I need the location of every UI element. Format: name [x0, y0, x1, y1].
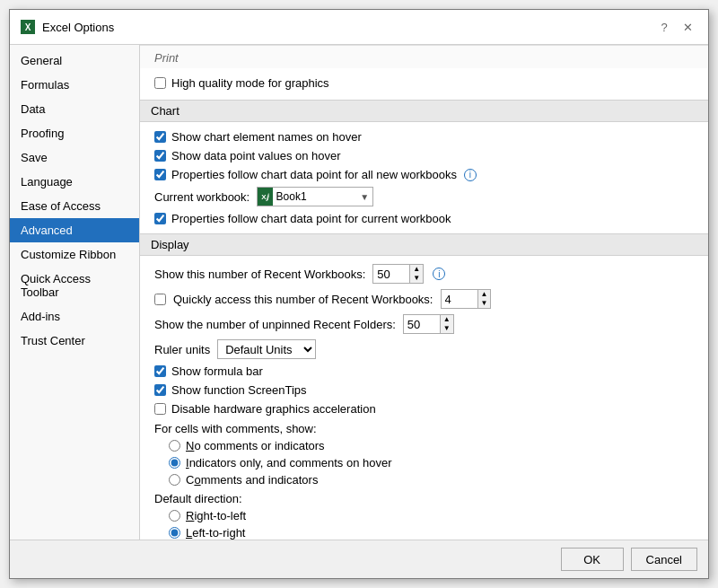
- unpinned-folders-input[interactable]: [404, 315, 440, 333]
- left-to-right-radio[interactable]: [169, 527, 180, 539]
- sidebar-item-quick-access-toolbar[interactable]: Quick Access Toolbar: [10, 267, 139, 304]
- unpinned-folders-spinner-buttons: ▲ ▼: [440, 315, 453, 333]
- show-element-names-label: Show chart element names on hover: [171, 130, 362, 144]
- quickly-access-row: Quickly access this number of Recent Wor…: [154, 286, 694, 312]
- display-section-header: Display: [140, 233, 708, 256]
- sidebar-item-add-ins[interactable]: Add-ins: [10, 304, 139, 329]
- quickly-access-spinner-up[interactable]: ▲: [478, 290, 491, 299]
- show-screentips-checkbox[interactable]: [154, 384, 166, 396]
- recent-workbooks-info-icon[interactable]: i: [433, 268, 445, 280]
- sidebar-item-advanced[interactable]: Advanced: [10, 218, 139, 242]
- unpinned-folders-spinner-down[interactable]: ▼: [441, 324, 453, 333]
- ruler-units-select[interactable]: Default Units Inches Centimeters Millime…: [217, 339, 316, 359]
- show-data-point-label: Show data point values on hover: [171, 149, 341, 162]
- app-icon: X: [21, 20, 35, 34]
- sidebar-item-customize-ribbon[interactable]: Customize Ribbon: [10, 242, 139, 267]
- show-screentips-label: Show function ScreenTips: [171, 383, 307, 397]
- indicators-only-radio[interactable]: [169, 457, 180, 469]
- properties-all-workbooks-checkbox[interactable]: [154, 169, 166, 180]
- sidebar-item-proofing[interactable]: Proofing: [10, 121, 139, 145]
- unpinned-folders-spinner-up[interactable]: ▲: [441, 315, 453, 324]
- workbook-select-arrow: ▼: [356, 192, 372, 202]
- dialog-footer: OK Cancel: [10, 540, 708, 578]
- print-section-label: Print: [140, 45, 708, 68]
- ruler-units-label: Ruler units: [154, 343, 210, 356]
- ok-button[interactable]: OK: [561, 548, 624, 571]
- show-data-point-row: Show data point values on hover: [154, 146, 694, 165]
- spinner-buttons: ▲ ▼: [409, 265, 423, 283]
- right-to-left-radio[interactable]: [169, 510, 180, 522]
- no-comments-row: No comments or indicators: [169, 437, 694, 454]
- sidebar-item-save[interactable]: Save: [10, 145, 139, 170]
- dialog-title: Excel Options: [42, 21, 114, 34]
- show-screentips-row: Show function ScreenTips: [154, 381, 694, 399]
- display-section-content: Show this number of Recent Workbooks: ▲ …: [140, 256, 708, 540]
- content-scroll: Print High quality mode for graphics Cha…: [140, 45, 708, 540]
- recent-workbooks-input[interactable]: [373, 265, 409, 283]
- properties-all-workbooks-row: Properties follow chart data point for a…: [154, 165, 694, 184]
- properties-current-workbook-row: Properties follow chart data point for c…: [154, 209, 694, 228]
- properties-current-workbook-checkbox[interactable]: [154, 213, 166, 224]
- disable-hardware-row: Disable hardware graphics acceleration: [154, 399, 694, 418]
- quickly-access-input[interactable]: [442, 290, 477, 308]
- current-workbook-row: Current workbook: Xⅉ Book1 ▼: [154, 184, 694, 209]
- left-to-right-row: Left-to-right: [169, 524, 694, 540]
- right-to-left-label: Right-to-left: [186, 509, 246, 522]
- sidebar: General Formulas Data Proofing Save Lang…: [10, 45, 140, 540]
- properties-current-workbook-label: Properties follow chart data point for c…: [171, 212, 451, 225]
- disable-hardware-label: Disable hardware graphics acceleration: [171, 402, 376, 416]
- show-element-names-checkbox[interactable]: [154, 131, 166, 143]
- comments-indicators-row: Comments and indicators: [169, 471, 694, 488]
- direction-radio-group: Right-to-left Left-to-right: [154, 507, 694, 540]
- current-workbook-value: Book1: [273, 190, 357, 203]
- properties-all-info-icon[interactable]: i: [464, 169, 477, 181]
- unpinned-folders-spinner: ▲ ▼: [403, 314, 454, 334]
- comments-indicators-label: Comments and indicators: [186, 473, 318, 487]
- disable-hardware-checkbox[interactable]: [154, 403, 166, 415]
- comments-radio-group: No comments or indicators Indicators onl…: [154, 437, 694, 488]
- recent-workbooks-row: Show this number of Recent Workbooks: ▲ …: [154, 261, 694, 286]
- chart-section-header: Chart: [140, 100, 708, 122]
- title-bar-left: X Excel Options: [21, 20, 114, 34]
- quickly-access-spinner-down[interactable]: ▼: [478, 299, 491, 308]
- print-section: High quality mode for graphics: [140, 68, 708, 100]
- high-quality-row: High quality mode for graphics: [154, 74, 694, 92]
- workbook-excel-icon: Xⅉ: [258, 188, 272, 206]
- indicators-only-label: Indicators only, and comments on hover: [186, 456, 392, 470]
- unpinned-folders-label: Show the number of unpinned Recent Folde…: [154, 318, 396, 331]
- left-to-right-label: Left-to-right: [186, 526, 245, 540]
- quickly-access-checkbox[interactable]: [154, 294, 166, 305]
- title-bar: X Excel Options ? ✕: [10, 10, 708, 45]
- comments-indicators-radio[interactable]: [169, 474, 180, 486]
- no-comments-label: No comments or indicators: [186, 439, 325, 452]
- sidebar-item-formulas[interactable]: Formulas: [10, 73, 139, 97]
- sidebar-item-general[interactable]: General: [10, 48, 139, 73]
- right-to-left-row: Right-to-left: [169, 507, 694, 524]
- recent-workbooks-label: Show this number of Recent Workbooks:: [154, 268, 365, 281]
- spinner-up-button[interactable]: ▲: [410, 265, 423, 274]
- quickly-access-label: Quickly access this number of Recent Wor…: [173, 293, 433, 306]
- help-button[interactable]: ?: [654, 17, 674, 37]
- title-controls: ? ✕: [654, 17, 697, 37]
- close-button[interactable]: ✕: [678, 17, 697, 37]
- dialog-body: General Formulas Data Proofing Save Lang…: [10, 45, 708, 540]
- direction-label: Default direction:: [154, 488, 694, 507]
- show-data-point-checkbox[interactable]: [154, 150, 166, 162]
- recent-workbooks-spinner: ▲ ▼: [372, 264, 424, 284]
- spinner-down-button[interactable]: ▼: [410, 274, 423, 283]
- sidebar-item-data[interactable]: Data: [10, 97, 139, 121]
- show-formula-bar-checkbox[interactable]: [154, 365, 166, 377]
- no-comments-radio[interactable]: [169, 440, 180, 452]
- sidebar-item-trust-center[interactable]: Trust Center: [10, 329, 139, 353]
- ruler-units-row: Ruler units Default Units Inches Centime…: [154, 337, 694, 362]
- current-workbook-select[interactable]: Xⅉ Book1 ▼: [257, 187, 373, 206]
- high-quality-checkbox[interactable]: [154, 77, 166, 89]
- cancel-button[interactable]: Cancel: [631, 548, 697, 571]
- show-element-names-row: Show chart element names on hover: [154, 127, 694, 146]
- chart-section-content: Show chart element names on hover Show d…: [140, 122, 708, 233]
- show-formula-bar-row: Show formula bar: [154, 362, 694, 381]
- comments-label: For cells with comments, show:: [154, 418, 694, 437]
- indicators-only-row: Indicators only, and comments on hover: [169, 454, 694, 471]
- sidebar-item-language[interactable]: Language: [10, 170, 139, 194]
- sidebar-item-ease-of-access[interactable]: Ease of Access: [10, 194, 139, 218]
